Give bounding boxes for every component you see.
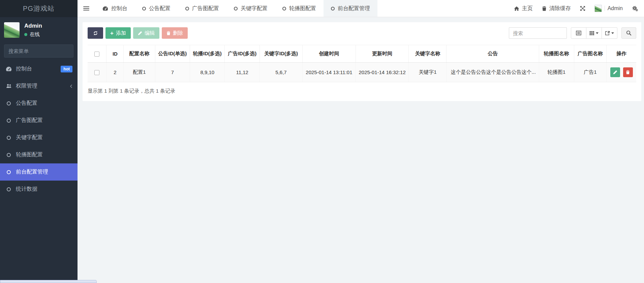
dashboard-icon	[102, 6, 108, 11]
row-delete-button[interactable]	[623, 67, 633, 77]
tab-dashboard[interactable]: 控制台	[95, 0, 135, 17]
select-all-checkbox[interactable]	[94, 52, 99, 57]
add-button[interactable]: + 添加	[105, 27, 131, 39]
circle-icon	[5, 101, 12, 105]
column-header-updated-at[interactable]: 更新时间	[356, 45, 409, 63]
search-toggle-button[interactable]	[621, 27, 636, 39]
tab-carousel-config[interactable]: 轮播图配置	[275, 0, 324, 17]
table-panel: + 添加 编辑 删除	[83, 22, 641, 101]
cell-updated-at: 2025-01-14 16:32:12	[356, 63, 409, 82]
row-edit-button[interactable]	[610, 67, 620, 77]
sidebar-item-keyword-config[interactable]: 关键字配置	[0, 129, 78, 146]
brand-title: PG游戏站	[0, 0, 78, 17]
sidebar-item-frontend-config[interactable]: 前台配置管理	[0, 163, 78, 181]
refresh-button[interactable]	[88, 27, 103, 39]
trash-icon	[166, 31, 171, 35]
row-checkbox[interactable]	[94, 70, 99, 75]
sidebar-item-dashboard[interactable]: 控制台 hot	[0, 60, 78, 77]
cell-operate	[607, 63, 636, 82]
column-header-ad-ids[interactable]: 广告ID(多选)	[225, 45, 259, 63]
columns-button[interactable]	[586, 27, 602, 39]
refresh-icon	[93, 31, 98, 36]
circle-icon	[5, 136, 12, 140]
settings-button[interactable]	[632, 6, 638, 11]
detail-view-button[interactable]	[571, 27, 586, 39]
delete-button[interactable]: 删除	[162, 27, 188, 39]
user-name: Admin	[24, 23, 42, 29]
sidebar-item-auth[interactable]: 权限管理	[0, 77, 78, 95]
cell-carousel-name: 轮播图1	[539, 63, 574, 82]
column-header-ad-name[interactable]: 广告图名称	[574, 45, 607, 63]
sidebar-search-input[interactable]	[8, 48, 75, 54]
pencil-icon	[138, 31, 142, 35]
clear-cache-link[interactable]: 清除缓存	[542, 5, 571, 12]
sidebar-item-statistics[interactable]: 统计数据	[0, 181, 78, 198]
sidebar-item-ad-config[interactable]: 广告图配置	[0, 112, 78, 129]
cell-keyword-ids: 5,6,7	[259, 63, 302, 82]
users-icon	[5, 84, 12, 89]
hamburger-icon[interactable]	[78, 0, 95, 17]
column-header-keyword-ids[interactable]: 关键字ID(多选)	[259, 45, 302, 63]
edit-button[interactable]: 编辑	[133, 27, 159, 39]
tab-ad-config[interactable]: 广告图配置	[178, 0, 226, 17]
circle-icon	[331, 7, 335, 10]
circle-icon	[282, 7, 286, 10]
view-button-group	[571, 27, 617, 39]
avatar	[4, 22, 20, 38]
cell-created-at: 2025-01-14 13:11:01	[303, 63, 356, 82]
home-link[interactable]: 主页	[514, 5, 533, 12]
table-search-input[interactable]	[509, 27, 567, 39]
export-icon	[605, 31, 610, 35]
column-header-carousel-ids[interactable]: 轮播ID(多选)	[190, 45, 225, 63]
tab-keyword-config[interactable]: 关键字配置	[226, 0, 275, 17]
export-button[interactable]	[602, 27, 617, 39]
sidebar-item-notice-config[interactable]: 公告配置	[0, 95, 78, 112]
circle-icon	[142, 7, 146, 10]
user-panel: Admin 在线	[0, 17, 78, 41]
chevron-down-icon	[596, 32, 599, 34]
cell-notice: 这个是公告公告这个是公告公告这个...	[447, 63, 539, 82]
table-row[interactable]: 2 配置1 7 8,9,10 11,12 5,6,7 2025-01-14 13…	[88, 63, 636, 82]
chevron-down-icon	[611, 32, 614, 34]
fullscreen-icon	[580, 6, 585, 11]
column-header-notice[interactable]: 公告	[447, 45, 539, 63]
trash-icon	[626, 70, 630, 74]
circle-icon	[5, 119, 12, 123]
cell-keyword-name: 关键字1	[409, 63, 447, 82]
divider	[605, 6, 605, 11]
nav-tabs: 控制台 公告配置 广告图配置 关键字配置 轮播图配置 前台配置管理	[95, 0, 377, 17]
circle-icon	[234, 7, 238, 10]
home-icon	[514, 6, 519, 11]
record-summary: 显示第 1 到第 1 条记录，总共 1 条记录	[88, 88, 636, 94]
column-header-created-at[interactable]: 创建时间	[303, 45, 356, 63]
cell-config-name: 配置1	[124, 63, 155, 82]
column-header-config-name[interactable]: 配置名称	[124, 45, 155, 63]
table-header-row: ID 配置名称 公告ID(单选) 轮播ID(多选) 广告ID(多选) 关键字ID…	[88, 45, 636, 63]
column-header-carousel-name[interactable]: 轮播图名称	[539, 45, 574, 63]
toolbar: + 添加 编辑 删除	[88, 27, 636, 39]
navbar-right: 主页 清除缓存 Admin	[514, 0, 644, 17]
sidebar: PG游戏站 Admin 在线 控制台 hot	[0, 0, 78, 283]
cell-ad-name: 广告1	[574, 63, 607, 82]
sidebar-search[interactable]	[4, 44, 73, 58]
circle-icon	[5, 170, 12, 174]
circle-icon	[5, 187, 12, 191]
chevron-left-icon	[70, 84, 72, 88]
data-table: ID 配置名称 公告ID(单选) 轮播ID(多选) 广告ID(多选) 关键字ID…	[88, 45, 636, 82]
main-content: + 添加 编辑 删除	[78, 17, 644, 283]
dashboard-icon	[5, 66, 12, 71]
user-menu[interactable]: Admin	[594, 5, 623, 12]
avatar	[594, 5, 602, 12]
column-header-notice-id[interactable]: 公告ID(单选)	[155, 45, 190, 63]
column-header-id[interactable]: ID	[106, 45, 124, 63]
column-header-operate[interactable]: 操作	[607, 45, 636, 63]
user-status: 在线	[24, 31, 42, 38]
tab-notice-config[interactable]: 公告配置	[135, 0, 178, 17]
circle-icon	[5, 153, 12, 157]
sidebar-item-carousel-config[interactable]: 轮播图配置	[0, 146, 78, 163]
fullscreen-button[interactable]	[580, 6, 585, 11]
cell-notice-id: 7	[155, 63, 190, 82]
column-header-keyword-name[interactable]: 关键字名称	[409, 45, 447, 63]
hot-badge: hot	[61, 66, 72, 72]
tab-frontend-config[interactable]: 前台配置管理	[324, 0, 377, 17]
